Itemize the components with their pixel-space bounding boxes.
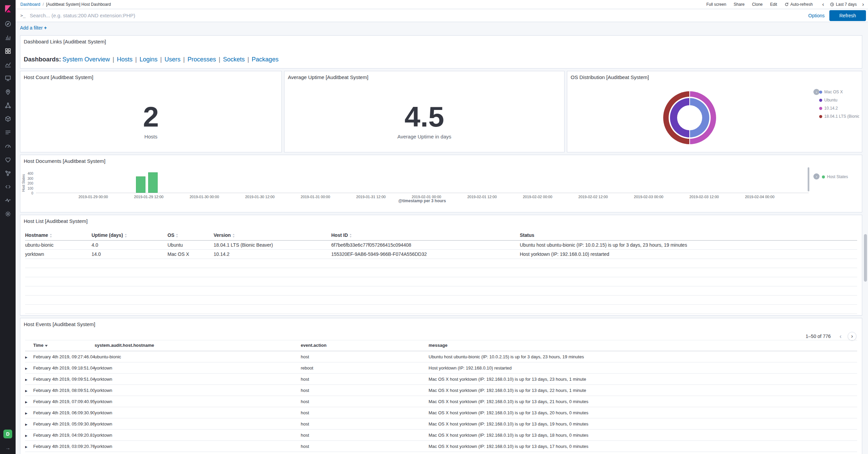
time-range-button[interactable]: Last 7 days xyxy=(830,2,856,7)
sidebar-item-monitoring[interactable] xyxy=(0,194,16,208)
bar-2019-01-29-09-00[interactable] xyxy=(136,176,145,193)
host-list-header-os[interactable]: OS xyxy=(167,231,214,241)
host-list-header-version[interactable]: Version xyxy=(214,231,331,241)
sidebar-item-visualize[interactable] xyxy=(0,31,16,45)
legend-dot-icon xyxy=(819,115,822,118)
dashboard-link-hosts[interactable]: Hosts xyxy=(117,56,133,63)
legend-item-18-04-1-lts-bionic-b[interactable]: 18.04.1 LTS (Bionic B... xyxy=(819,112,859,120)
host-documents-bar-chart: 01002003004002019-01-29 00:002019-01-29 … xyxy=(36,172,809,193)
pagination-prev-icon[interactable]: ‹ xyxy=(838,333,843,340)
legend-item-10-14-2[interactable]: 10.14.2 xyxy=(819,104,859,112)
legend-item-host-states[interactable]: Host States xyxy=(822,173,859,181)
expand-row-icon[interactable]: ▶ xyxy=(25,378,27,381)
host-events-row: ▶February 4th 2019, 07:09:40.955yorktown… xyxy=(25,396,857,407)
x-tick: 2019-02-04 00:00 xyxy=(745,195,774,199)
host-events-header-message[interactable]: message xyxy=(429,340,857,351)
host-list-empty-row xyxy=(25,296,857,305)
host-events-row: ▶February 4th 2019, 09:18:51.043yorktown… xyxy=(25,362,857,374)
legend-toggle-icon[interactable]: › xyxy=(813,89,820,95)
plus-icon: + xyxy=(44,25,47,31)
host-events-header-event-action[interactable]: event.action xyxy=(301,340,429,351)
y-tick: 300 xyxy=(27,176,33,180)
expand-row-icon[interactable]: ▶ xyxy=(25,400,27,404)
space-avatar[interactable]: D xyxy=(3,430,12,438)
panel-title: Dashboard Links [Auditbeat System] xyxy=(20,36,862,44)
sidebar-item-logs[interactable] xyxy=(0,126,16,140)
devtools-icon xyxy=(4,183,12,192)
dashboard-links: System Overview|Hosts|Logins|Users|Proce… xyxy=(62,56,278,63)
x-tick: 2019-02-03 12:00 xyxy=(689,195,719,199)
refresh-button[interactable]: Refresh xyxy=(829,10,866,21)
dashboard-link-system-overview[interactable]: System Overview xyxy=(62,56,110,63)
dashboard-links-line: Dashboards:System Overview|Hosts|Logins|… xyxy=(24,56,278,63)
x-tick: 2019-01-29 12:00 xyxy=(134,195,163,199)
sidebar-item-timelion[interactable] xyxy=(0,58,16,72)
host-events-row: ▶February 4th 2019, 03:09:20.765yorktown… xyxy=(25,441,857,452)
page-scrollbar-thumb[interactable] xyxy=(864,234,867,282)
sidebar-item-devtools[interactable] xyxy=(0,181,16,194)
expand-row-icon[interactable]: ▶ xyxy=(25,423,27,426)
dashboard-link-sockets[interactable]: Sockets xyxy=(223,56,245,63)
host-list-row: ubuntu-bionic4.0Ubuntu18.04.1 LTS (Bioni… xyxy=(25,241,857,250)
dashboard-icon xyxy=(4,48,12,56)
sidebar-item-discover[interactable] xyxy=(0,18,16,31)
host-list-header-status[interactable]: Status xyxy=(520,231,857,241)
graph-icon xyxy=(4,170,12,178)
dashboard-link-logins[interactable]: Logins xyxy=(139,56,157,63)
expand-row-icon[interactable]: ▶ xyxy=(25,412,27,415)
sidebar-item-canvas[interactable] xyxy=(0,72,16,86)
time-step-forward-icon[interactable]: › xyxy=(862,1,865,7)
host-list-header-host-id[interactable]: Host ID xyxy=(331,231,520,241)
host-events-header-time[interactable]: Time xyxy=(33,340,95,351)
host-events-row: ▶February 4th 2019, 09:27:46.040ubuntu-b… xyxy=(25,351,857,362)
sidebar-item-management[interactable] xyxy=(0,208,16,221)
breadcrumb-dashboard[interactable]: Dashboard xyxy=(20,2,40,7)
y-tick: 200 xyxy=(27,182,33,185)
legend-item-ubuntu[interactable]: Ubuntu xyxy=(819,96,859,104)
menu-share[interactable]: Share xyxy=(734,2,745,7)
host-events-row: ▶February 4th 2019, 06:09:30.907yorktown… xyxy=(25,407,857,418)
time-step-back-icon[interactable]: ‹ xyxy=(822,1,825,7)
host-count-value: 2 xyxy=(20,102,281,131)
host-events-header-system-audit-host-hostname[interactable]: system.audit.host.hostname xyxy=(95,340,301,351)
sidebar-item-ml[interactable] xyxy=(0,99,16,113)
sidebar: D → xyxy=(0,0,16,454)
dashboard-content: Add a filter + Dashboard Links [Auditbea… xyxy=(16,22,868,454)
host-events-row: ▶February 4th 2019, 05:09:30.860yorktown… xyxy=(25,418,857,430)
x-tick: 2019-01-29 00:00 xyxy=(79,195,108,199)
dashboard-link-users[interactable]: Users xyxy=(164,56,180,63)
expand-row-icon[interactable]: ▶ xyxy=(25,434,27,437)
options-link[interactable]: Options xyxy=(808,13,825,18)
dashboard-link-packages[interactable]: Packages xyxy=(252,56,278,63)
sidebar-item-uptime[interactable] xyxy=(0,153,16,167)
menu-edit[interactable]: Edit xyxy=(770,2,777,7)
host-list-header-uptime-days[interactable]: Uptime (days) xyxy=(92,231,167,241)
pagination-next-icon[interactable]: › xyxy=(848,332,856,341)
monitoring-icon xyxy=(4,197,12,205)
sidebar-item-infrastructure[interactable] xyxy=(0,113,16,126)
kibana-logo[interactable] xyxy=(0,0,16,18)
sidebar-item-graph[interactable] xyxy=(0,167,16,181)
legend-item-mac-os-x[interactable]: Mac OS X xyxy=(819,88,859,96)
legend-toggle-icon[interactable]: › xyxy=(813,173,820,179)
auto-refresh-button[interactable]: Auto-refresh xyxy=(785,2,813,7)
expand-row-icon[interactable]: ▶ xyxy=(25,356,27,359)
dashboard-link-processes[interactable]: Processes xyxy=(188,56,216,63)
add-filter-link[interactable]: Add a filter + xyxy=(20,25,47,31)
expand-row-icon[interactable]: ▶ xyxy=(25,445,27,449)
sidebar-item-maps[interactable] xyxy=(0,86,16,99)
os-distribution-donut-chart[interactable] xyxy=(663,91,716,144)
collapse-nav-icon[interactable]: → xyxy=(5,442,11,453)
sidebar-item-apm[interactable] xyxy=(0,140,16,153)
dashboards-prefix: Dashboards: xyxy=(24,56,61,63)
expand-row-icon[interactable]: ▶ xyxy=(25,389,27,393)
bar-2019-01-29-12-00[interactable] xyxy=(148,172,158,193)
host-list-header-hostname[interactable]: Hostname xyxy=(25,231,92,241)
sidebar-item-dashboard[interactable] xyxy=(0,45,16,58)
clock-icon xyxy=(830,2,834,6)
expand-row-icon[interactable]: ▶ xyxy=(25,367,27,370)
search-input[interactable] xyxy=(30,13,804,18)
chart-scrollbar[interactable] xyxy=(808,167,809,191)
menu-clone[interactable]: Clone xyxy=(752,2,763,7)
menu-full-screen[interactable]: Full screen xyxy=(706,2,726,7)
